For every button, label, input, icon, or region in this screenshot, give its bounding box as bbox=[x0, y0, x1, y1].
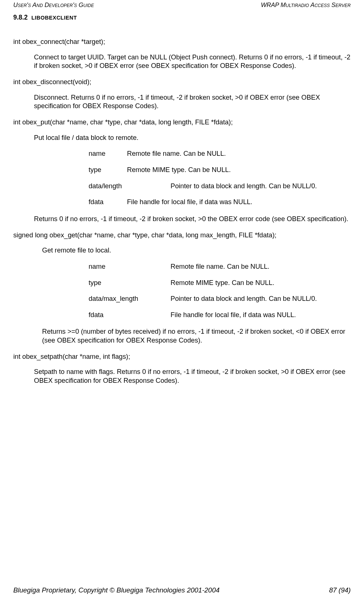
header-right: WRAP Multiradio Access Server bbox=[261, 1, 351, 8]
fn-disconnect-signature: int obex_disconnect(void); bbox=[13, 78, 351, 87]
running-header: User's And Developer's Guide WRAP Multir… bbox=[13, 0, 351, 8]
fn-get-returns: Returns >=0 (number of bytes received) i… bbox=[42, 327, 351, 345]
running-footer: Bluegiga Proprietary, Copyright © Bluegi… bbox=[13, 586, 351, 594]
param-key: type bbox=[89, 166, 127, 175]
param-key: data/max_length bbox=[89, 295, 171, 303]
fn-setpath-signature: int obex_setpath(char *name, int flags); bbox=[13, 353, 351, 361]
param-val: Remote MIME type. Can be NULL. bbox=[171, 279, 351, 288]
fn-put-params: name Remote file name. Can be NULL. type… bbox=[89, 150, 351, 207]
param-val: File handle for local file, if data was … bbox=[171, 311, 351, 320]
param-row: data/length Pointer to data block and le… bbox=[89, 182, 351, 191]
param-key: data/length bbox=[89, 182, 171, 191]
fn-get-signature: signed long obex_get(char *name, char *t… bbox=[13, 231, 351, 240]
fn-connect-signature: int obex_connect(char *target); bbox=[13, 38, 351, 47]
param-key: name bbox=[89, 262, 171, 271]
param-val: Pointer to data block and length. Can be… bbox=[171, 295, 351, 303]
section-heading: 9.8.2 LIBOBEXCLIENT bbox=[13, 14, 351, 21]
param-row: fdata File handle for local file, if dat… bbox=[89, 198, 351, 207]
param-val: File handle for local file, if data was … bbox=[127, 198, 351, 207]
footer-left: Bluegiga Proprietary, Copyright © Bluegi… bbox=[13, 586, 220, 594]
fn-get-params: name Remote file name. Can be NULL. type… bbox=[89, 262, 351, 320]
param-val: Remote file name. Can be NULL. bbox=[127, 150, 351, 158]
param-val: Pointer to data block and length. Can be… bbox=[171, 182, 351, 191]
param-val: Remote MIME type. Can be NULL. bbox=[127, 166, 351, 175]
fn-disconnect-desc: Disconnect. Returns 0 if no errors, -1 i… bbox=[34, 93, 351, 111]
fn-put-signature: int obex_put(char *name, char *type, cha… bbox=[13, 118, 351, 127]
param-val: Remote file name. Can be NULL. bbox=[171, 262, 351, 271]
fn-put-intro: Put local file / data block to remote. bbox=[34, 134, 351, 142]
header-left: User's And Developer's Guide bbox=[13, 1, 94, 8]
fn-connect-desc: Connect to target UUID. Target can be NU… bbox=[34, 53, 351, 71]
document-page: User's And Developer's Guide WRAP Multir… bbox=[0, 0, 364, 598]
param-key: fdata bbox=[89, 198, 127, 207]
section-title: LIBOBEXCLIENT bbox=[31, 15, 77, 21]
param-row: name Remote file name. Can be NULL. bbox=[89, 150, 351, 158]
param-row: type Remote MIME type. Can be NULL. bbox=[89, 166, 351, 175]
param-row: name Remote file name. Can be NULL. bbox=[89, 262, 351, 271]
fn-get-intro: Get remote file to local. bbox=[42, 246, 351, 255]
param-key: fdata bbox=[89, 311, 171, 320]
section-number: 9.8.2 bbox=[13, 14, 28, 21]
body: int obex_connect(char *target); Connect … bbox=[13, 38, 351, 385]
param-row: data/max_length Pointer to data block an… bbox=[89, 295, 351, 303]
param-key: type bbox=[89, 279, 171, 288]
fn-setpath-desc: Setpath to name with flags. Returns 0 if… bbox=[34, 368, 351, 385]
footer-page: 87 (94) bbox=[329, 586, 351, 594]
param-key: name bbox=[89, 150, 127, 158]
fn-put-returns: Returns 0 if no errors, -1 if timeout, -… bbox=[34, 215, 351, 224]
param-row: fdata File handle for local file, if dat… bbox=[89, 311, 351, 320]
param-row: type Remote MIME type. Can be NULL. bbox=[89, 279, 351, 288]
